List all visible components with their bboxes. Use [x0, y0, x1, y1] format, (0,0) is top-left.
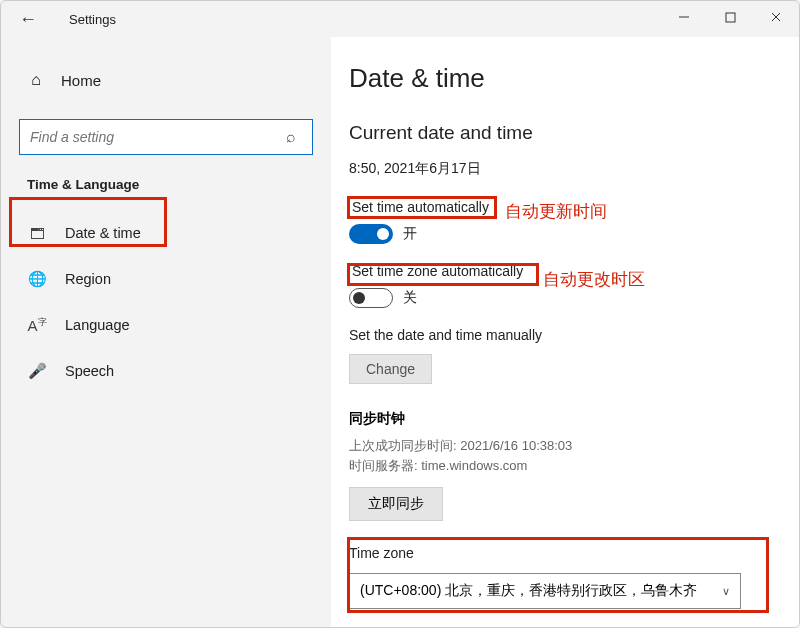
sidebar-home-label: Home	[61, 72, 101, 89]
speech-icon: 🎤	[27, 362, 47, 380]
page-title: Date & time	[349, 63, 777, 94]
sidebar-item-region[interactable]: 🌐 Region	[19, 256, 313, 302]
sync-clock-title: 同步时钟	[349, 410, 777, 428]
window-title: Settings	[69, 12, 116, 27]
sidebar-group-title: Time & Language	[27, 177, 313, 192]
time-zone-value: (UTC+08:00) 北京，重庆，香港特别行政区，乌鲁木齐	[360, 582, 697, 600]
search-input-wrap[interactable]: ⌕	[19, 119, 313, 155]
annotation-auto-time: 自动更新时间	[505, 201, 607, 223]
sidebar-item-label: Date & time	[65, 225, 141, 241]
minimize-button[interactable]	[661, 1, 707, 33]
sidebar-item-speech[interactable]: 🎤 Speech	[19, 348, 313, 394]
current-datetime-value: 8:50, 2021年6月17日	[349, 160, 777, 178]
set-tz-auto-toggle[interactable]	[349, 288, 393, 308]
sidebar-item-date-time[interactable]: 🗔 Date & time	[19, 210, 313, 256]
set-tz-auto-label: Set time zone automatically	[349, 262, 526, 280]
sync-now-button[interactable]: 立即同步	[349, 487, 443, 521]
sidebar-home[interactable]: ⌂ Home	[19, 59, 313, 101]
home-icon: ⌂	[27, 71, 45, 89]
sidebar-nav: 🗔 Date & time 🌐 Region A字 Language 🎤 Spe…	[19, 210, 313, 394]
change-button[interactable]: Change	[349, 354, 432, 384]
chevron-down-icon: ∨	[722, 585, 730, 598]
language-icon: A字	[27, 316, 47, 334]
window-controls	[661, 1, 799, 33]
close-button[interactable]	[753, 1, 799, 33]
search-input[interactable]	[30, 129, 286, 145]
maximize-button[interactable]	[707, 1, 753, 33]
time-zone-select[interactable]: (UTC+08:00) 北京，重庆，香港特别行政区，乌鲁木齐 ∨	[349, 573, 741, 609]
sidebar: ⌂ Home ⌕ Time & Language 🗔 Date & time 🌐…	[1, 37, 331, 627]
set-time-auto-toggle[interactable]	[349, 224, 393, 244]
current-section-title: Current date and time	[349, 122, 777, 144]
time-zone-label: Time zone	[349, 545, 777, 561]
sidebar-item-label: Language	[65, 317, 130, 333]
set-time-auto-label: Set time automatically	[349, 198, 492, 216]
region-icon: 🌐	[27, 270, 47, 288]
sync-server: 时间服务器: time.windows.com	[349, 456, 777, 476]
manual-date-time-label: Set the date and time manually	[349, 327, 542, 343]
sidebar-item-label: Region	[65, 271, 111, 287]
toggle-state-off: 关	[403, 289, 417, 307]
sidebar-item-language[interactable]: A字 Language	[19, 302, 313, 348]
back-icon[interactable]: ←	[19, 9, 43, 30]
search-icon: ⌕	[286, 128, 302, 146]
sync-last-time: 上次成功同步时间: 2021/6/16 10:38:03	[349, 436, 777, 456]
date-time-icon: 🗔	[27, 225, 47, 242]
main-panel: Date & time Current date and time 8:50, …	[331, 37, 799, 627]
annotation-auto-tz: 自动更改时区	[543, 269, 645, 291]
svg-rect-1	[726, 13, 735, 22]
toggle-state-on: 开	[403, 225, 417, 243]
sidebar-item-label: Speech	[65, 363, 114, 379]
